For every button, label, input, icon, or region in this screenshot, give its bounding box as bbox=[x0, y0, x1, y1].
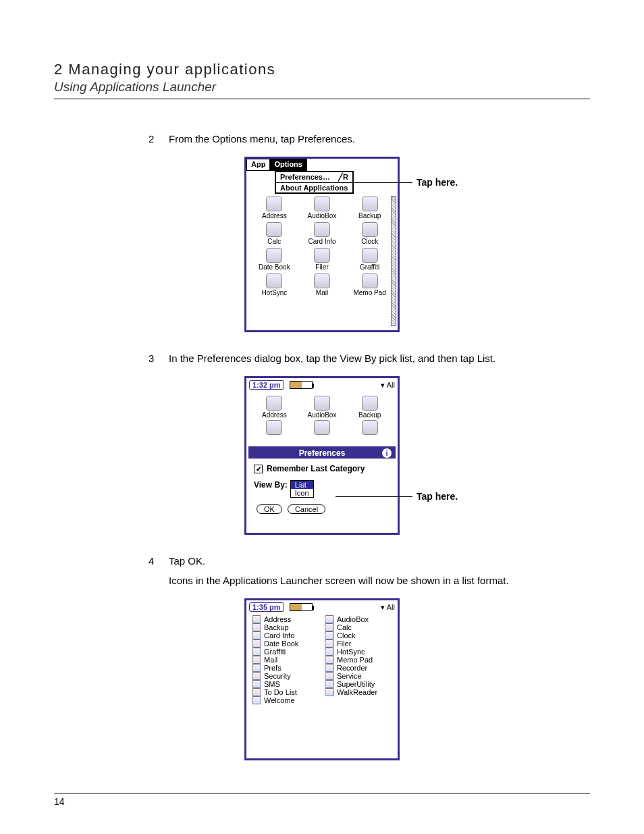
menu-item-shortcut: ╱R bbox=[338, 173, 348, 182]
app-memopad[interactable]: Memo Pad bbox=[346, 273, 394, 296]
view-by-picklist[interactable]: List Icon bbox=[290, 480, 314, 498]
app-graffiti[interactable]: Graffiti bbox=[346, 248, 394, 271]
category-picklist[interactable]: ▾ All bbox=[381, 603, 395, 612]
audiobox-icon bbox=[325, 615, 334, 623]
scrollbar[interactable] bbox=[391, 196, 396, 326]
dialog-title: Preferences i bbox=[248, 448, 396, 459]
menu-item-preferences[interactable]: Preferences… ╱R bbox=[276, 172, 352, 183]
app-hotsync[interactable]: HotSync bbox=[250, 273, 298, 296]
apps-list: Address Backup Card Info Date Book Graff… bbox=[246, 614, 398, 708]
category-picklist[interactable]: ▾ All bbox=[381, 381, 395, 390]
app-address[interactable]: Address bbox=[250, 197, 298, 219]
list-item[interactable]: Calc bbox=[325, 623, 392, 631]
list-item[interactable]: Security bbox=[252, 672, 319, 680]
list-label: Filer bbox=[337, 640, 351, 648]
list-item[interactable]: Date Book bbox=[252, 640, 319, 648]
calc-icon bbox=[266, 222, 282, 237]
list-item[interactable]: WalkReader bbox=[325, 688, 392, 696]
menu-app[interactable]: App bbox=[246, 159, 270, 171]
app-datebook[interactable]: Date Book bbox=[250, 248, 298, 271]
list-item[interactable]: Memo Pad bbox=[325, 656, 392, 664]
backup-icon bbox=[362, 396, 378, 411]
app-clock[interactable]: Clock bbox=[346, 222, 394, 245]
app-label: Backup bbox=[358, 212, 381, 219]
list-item[interactable]: Filer bbox=[325, 640, 392, 648]
calc-icon bbox=[325, 623, 334, 631]
superutility-icon bbox=[325, 680, 334, 688]
list-label: AudioBox bbox=[337, 615, 369, 623]
filer-icon bbox=[314, 248, 330, 263]
app-label: Backup bbox=[358, 411, 381, 419]
app-mail[interactable]: Mail bbox=[298, 273, 346, 296]
memopad-icon bbox=[325, 656, 334, 664]
graffiti-icon bbox=[252, 648, 261, 656]
callout-tap-here-1: Tap here. bbox=[417, 177, 458, 188]
clock-icon bbox=[325, 631, 334, 640]
picklist-option-list[interactable]: List bbox=[291, 481, 313, 489]
time-chip[interactable]: 1:35 pm bbox=[249, 602, 284, 612]
list-item[interactable]: HotSync bbox=[325, 648, 392, 656]
list-item[interactable]: Welcome bbox=[252, 696, 319, 704]
list-item[interactable]: Mail bbox=[252, 656, 319, 664]
app-cardinfo[interactable]: Card Info bbox=[298, 222, 346, 245]
todolist-icon bbox=[252, 688, 261, 696]
list-item[interactable]: SuperUtility bbox=[325, 680, 392, 688]
view-by-label: View By: bbox=[254, 480, 288, 490]
picklist-option-icon[interactable]: Icon bbox=[291, 489, 313, 497]
title-bar: 1:32 pm ▾ All bbox=[246, 378, 398, 392]
screenshot-3: 1:35 pm ▾ All Address Backup Card Info D… bbox=[54, 598, 590, 760]
list-item[interactable]: Clock bbox=[325, 631, 392, 640]
list-item[interactable]: Prefs bbox=[252, 664, 319, 672]
clock-icon bbox=[362, 420, 378, 435]
callout-text: Tap here. bbox=[417, 177, 458, 188]
app-backup[interactable]: Backup bbox=[346, 197, 394, 219]
app-audiobox[interactable]: AudioBox bbox=[298, 396, 346, 419]
app-calc[interactable]: Calc bbox=[250, 222, 298, 245]
checkbox-checked-icon[interactable]: ✔ bbox=[254, 465, 263, 473]
list-item[interactable]: SMS bbox=[252, 680, 319, 688]
list-item[interactable]: Card Info bbox=[252, 631, 319, 640]
remember-last-category-row[interactable]: ✔ Remember Last Category bbox=[254, 464, 390, 473]
menu-options[interactable]: Options bbox=[269, 159, 307, 171]
time-chip[interactable]: 1:32 pm bbox=[249, 380, 284, 390]
mail-icon bbox=[252, 656, 261, 664]
page-header: 2 Managing your applications Using Appli… bbox=[54, 61, 590, 99]
step-text: In the Preferences dialog box, tap the V… bbox=[169, 353, 590, 364]
app-audiobox[interactable]: AudioBox bbox=[298, 197, 346, 219]
screenshot-1: App Options Preferences… ╱R About Applic… bbox=[54, 157, 590, 332]
backup-icon bbox=[362, 197, 378, 211]
app-label: AudioBox bbox=[308, 212, 337, 219]
list-item[interactable]: Service bbox=[325, 672, 392, 680]
callout-tap-here-2: Tap here. bbox=[417, 491, 458, 502]
address-icon bbox=[266, 396, 282, 411]
list-label: Calc bbox=[337, 623, 352, 631]
menu-item-about[interactable]: About Applications bbox=[276, 183, 352, 192]
filer-icon bbox=[325, 640, 334, 648]
ok-button[interactable]: OK bbox=[257, 504, 282, 514]
step-number: 4 bbox=[149, 555, 169, 567]
list-item[interactable]: Address bbox=[252, 615, 319, 623]
info-icon[interactable]: i bbox=[382, 448, 392, 458]
cardinfo-icon bbox=[314, 222, 330, 237]
app-label: Calc bbox=[267, 238, 281, 245]
list-label: SMS bbox=[264, 680, 280, 688]
memopad-icon bbox=[362, 273, 378, 288]
list-item[interactable]: Graffiti bbox=[252, 648, 319, 656]
list-item[interactable]: AudioBox bbox=[325, 615, 392, 623]
app-backup[interactable]: Backup bbox=[346, 396, 394, 419]
checkbox-label: Remember Last Category bbox=[267, 464, 365, 473]
cancel-button[interactable]: Cancel bbox=[288, 504, 325, 514]
address-icon bbox=[252, 615, 261, 623]
list-item[interactable]: Backup bbox=[252, 623, 319, 631]
list-label: Memo Pad bbox=[337, 656, 373, 664]
palm-preferences-dialog: 1:32 pm ▾ All Address AudioBox Backup Pr… bbox=[244, 376, 400, 535]
mail-icon bbox=[314, 273, 330, 288]
app-filer[interactable]: Filer bbox=[298, 248, 346, 271]
menu-bar: App Options bbox=[246, 159, 398, 171]
app-address[interactable]: Address bbox=[250, 396, 298, 419]
menu-item-label: About Applications bbox=[280, 184, 348, 192]
list-item[interactable]: Recorder bbox=[325, 664, 392, 672]
app-label: Card Info bbox=[308, 238, 336, 245]
app-label: Address bbox=[262, 212, 287, 219]
list-item[interactable]: To Do List bbox=[252, 688, 319, 696]
